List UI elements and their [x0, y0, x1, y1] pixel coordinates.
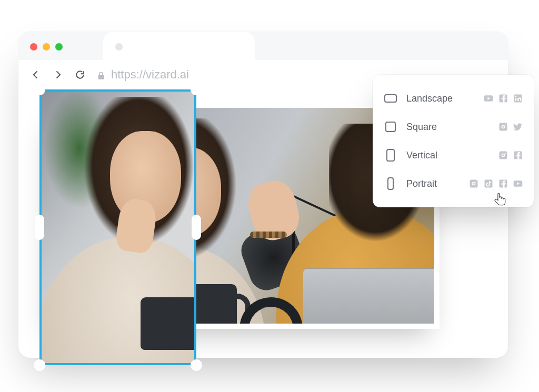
- maximize-window-button[interactable]: [55, 43, 63, 51]
- close-window-button[interactable]: [30, 43, 37, 51]
- platform-icons: [498, 150, 523, 160]
- linkedin-icon: [513, 93, 523, 104]
- crop-handle-top-left[interactable]: [34, 84, 45, 95]
- aspect-option-landscape[interactable]: Landscape: [383, 84, 523, 113]
- back-button[interactable]: [30, 69, 42, 81]
- platform-icons: [483, 93, 523, 104]
- instagram-icon: [498, 122, 508, 132]
- facebook-icon: [513, 150, 523, 160]
- crop-handle-top-right[interactable]: [191, 84, 202, 95]
- facebook-icon: [498, 93, 508, 104]
- minimize-window-button[interactable]: [43, 43, 50, 51]
- twitter-icon: [513, 122, 523, 132]
- instagram-icon: [468, 178, 479, 189]
- aspect-label: Square: [406, 122, 490, 133]
- facebook-icon: [498, 178, 508, 189]
- browser-tab[interactable]: [103, 32, 255, 60]
- square-icon: [383, 122, 398, 132]
- platform-icons: [468, 178, 523, 189]
- crop-handle-bottom-right[interactable]: [191, 359, 202, 371]
- platform-icons: [498, 122, 523, 132]
- crop-handle-left[interactable]: [35, 215, 44, 240]
- youtube-icon: [513, 178, 523, 189]
- lock-icon: [96, 70, 106, 79]
- reload-button[interactable]: [74, 69, 86, 81]
- instagram-icon: [498, 150, 508, 160]
- youtube-icon: [483, 93, 494, 104]
- crop-selection[interactable]: [39, 89, 196, 365]
- landscape-icon: [383, 94, 398, 103]
- portrait-icon: [383, 177, 398, 190]
- forward-button[interactable]: [52, 69, 64, 81]
- aspect-option-square[interactable]: Square: [383, 113, 523, 141]
- url-text: https://vizard.ai: [111, 68, 189, 82]
- tiktok-icon: [483, 178, 494, 189]
- crop-border: [39, 89, 196, 365]
- aspect-option-vertical[interactable]: Vertical: [383, 141, 523, 169]
- crop-handle-bottom-left[interactable]: [34, 359, 45, 371]
- cursor-icon: [494, 192, 507, 208]
- vertical-icon: [383, 149, 398, 162]
- aspect-label: Portrait: [406, 178, 460, 189]
- aspect-label: Vertical: [406, 150, 490, 161]
- crop-handle-right[interactable]: [192, 215, 201, 240]
- aspect-ratio-menu: Landscape Square Vertical Portrait: [373, 75, 534, 207]
- aspect-label: Landscape: [406, 93, 475, 104]
- window-controls: [30, 43, 63, 51]
